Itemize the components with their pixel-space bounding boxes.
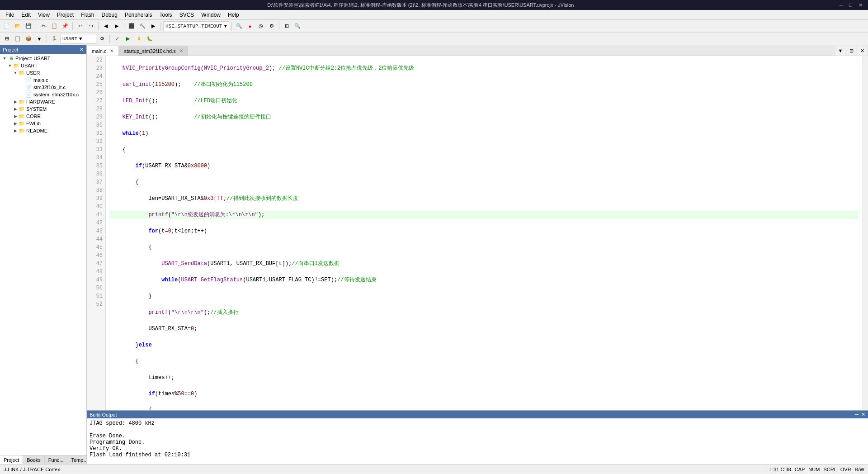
target-opts-btn[interactable]: ⚙ bbox=[97, 34, 107, 44]
expand-usart: ▼ bbox=[7, 63, 13, 68]
sep3 bbox=[98, 22, 99, 30]
cut-btn[interactable]: ✂ bbox=[38, 21, 48, 31]
code-editor[interactable]: 222324252627 282930313233 343536373839 4… bbox=[87, 56, 868, 410]
status-scrl: SCRL bbox=[823, 467, 836, 472]
tree-stm32-it[interactable]: 📄 stm32f10x_it.c bbox=[0, 84, 86, 91]
build-close-btn[interactable]: ✕ bbox=[861, 412, 865, 417]
grid-btn[interactable]: ⊞ bbox=[282, 21, 292, 31]
hardware-label: HARDWARE bbox=[26, 99, 55, 104]
title-text: D:\软件安装包\探索者\F1\A\4. 程序源码\2. 标准例程-库函数版本 … bbox=[4, 2, 838, 9]
tb2-btn3[interactable]: 📦 bbox=[24, 34, 33, 44]
project-panel: Project ✕ ▼ 🖥 Project: USART ▼ 📁 USART ▼… bbox=[0, 45, 87, 464]
user-label: USER bbox=[26, 70, 40, 76]
code-line-29: { bbox=[109, 178, 859, 186]
tab-startup-close[interactable]: ✕ bbox=[179, 48, 183, 53]
tree-fwlib-folder[interactable]: ▶ 📁 FWLib bbox=[0, 120, 86, 127]
menu-project[interactable]: Project bbox=[53, 11, 77, 19]
search-btn[interactable]: 🔍 bbox=[234, 21, 244, 31]
zoom-btn[interactable]: 🔍 bbox=[292, 21, 302, 31]
sep7 bbox=[279, 22, 279, 30]
build-minimize-btn[interactable]: ─ bbox=[855, 412, 859, 417]
menu-svcs[interactable]: SVCS bbox=[176, 11, 198, 19]
tab-startup[interactable]: startup_stm32f10x.hd.s ✕ bbox=[119, 46, 188, 56]
menu-peripherals[interactable]: Peripherals bbox=[121, 11, 156, 19]
tree-main-c[interactable]: 📄 main.c bbox=[0, 76, 86, 84]
menu-flash[interactable]: Flash bbox=[77, 11, 98, 19]
menu-view[interactable]: View bbox=[34, 11, 53, 19]
new-file-btn[interactable]: 📄 bbox=[2, 21, 12, 31]
tree-user-folder[interactable]: ▼ 📁 USER bbox=[0, 69, 86, 76]
editor-close-btn[interactable]: ✕ bbox=[857, 46, 867, 56]
tree-system-stm32[interactable]: 📄 system_stm32f10x.c bbox=[0, 91, 86, 98]
build-title: Build Output bbox=[90, 412, 117, 417]
code-line-28: if(USART_RX_STA&0x8000) bbox=[109, 162, 859, 170]
maximize-btn[interactable]: □ bbox=[847, 2, 854, 8]
save-btn[interactable]: 💾 bbox=[24, 21, 33, 31]
status-caps: CAP bbox=[795, 467, 805, 472]
back-btn[interactable]: ◀ bbox=[101, 21, 111, 31]
build-btn[interactable]: ⬛ bbox=[127, 21, 137, 31]
tab-project[interactable]: Project bbox=[0, 455, 23, 464]
close-btn[interactable]: ✕ bbox=[857, 2, 864, 8]
compile-btn[interactable]: ✓ bbox=[112, 34, 122, 44]
menu-window[interactable]: Window bbox=[198, 11, 224, 19]
tab-books[interactable]: Books bbox=[23, 455, 45, 464]
usart-label: USART bbox=[21, 63, 38, 68]
minimize-btn[interactable]: ─ bbox=[838, 2, 845, 8]
redo-btn[interactable]: ↪ bbox=[86, 21, 96, 31]
tree-project-root[interactable]: ▼ 🖥 Project: USART bbox=[0, 55, 86, 62]
code-line-38: USART_RX_STA=0; bbox=[109, 325, 859, 333]
menu-help[interactable]: Help bbox=[224, 11, 243, 19]
debug-start-btn[interactable]: ● bbox=[245, 21, 255, 31]
usart-dropdown[interactable]: USART ▼ bbox=[60, 34, 96, 44]
target-btn[interactable]: 🏃 bbox=[49, 34, 59, 44]
hse-dropdown[interactable]: HSE_STARTUP_TIMEOUT ▼ bbox=[163, 21, 229, 31]
debug2-btn[interactable]: 🐛 bbox=[145, 34, 155, 44]
download-btn[interactable]: ⬇ bbox=[134, 34, 144, 44]
dropdown-arrow: ▼ bbox=[224, 24, 227, 29]
undo-btn[interactable]: ↩ bbox=[75, 21, 85, 31]
tb2-btn1[interactable]: ⊞ bbox=[2, 34, 12, 44]
editor-area: main.c ✕ startup_stm32f10x.hd.s ✕ ▼ ⊡ ✕ … bbox=[87, 45, 868, 464]
forward-btn[interactable]: ▶ bbox=[112, 21, 122, 31]
tree-readme-folder[interactable]: ▶ 📁 README bbox=[0, 127, 86, 134]
tb2-btn4[interactable]: ▼ bbox=[34, 34, 44, 44]
code-line-39: }else bbox=[109, 341, 859, 349]
hse-label: HSE_STARTUP_TIMEOUT bbox=[165, 24, 222, 29]
tab-main-c[interactable]: main.c ✕ bbox=[87, 46, 118, 56]
tab-temp[interactable]: Temp... bbox=[67, 455, 87, 464]
debug-opts-btn[interactable]: ⚙ bbox=[267, 21, 277, 31]
tab-func[interactable]: Func... bbox=[45, 455, 68, 464]
code-line-37: printf("\r\n\r\n");//插入换行 bbox=[109, 308, 859, 317]
tree-usart-folder[interactable]: ▼ 📁 USART bbox=[0, 62, 86, 69]
tab-list-btn[interactable]: ▼ bbox=[835, 46, 845, 56]
menu-edit[interactable]: Edit bbox=[18, 11, 34, 19]
project-close-btn[interactable]: ✕ bbox=[80, 47, 84, 52]
load-btn[interactable]: ▶ bbox=[148, 21, 158, 31]
build-all-btn[interactable]: ▶ bbox=[123, 34, 133, 44]
code-content[interactable]: NVIC_PriorityGroupConfig(NVIC_PriorityGr… bbox=[106, 56, 863, 410]
right-scroll[interactable] bbox=[863, 56, 868, 410]
window-controls[interactable]: ─ □ ✕ bbox=[838, 2, 864, 8]
folder-core-icon: 📁 bbox=[18, 113, 25, 119]
tree-hardware-folder[interactable]: ▶ 📁 HARDWARE bbox=[0, 98, 86, 105]
tab-main-c-close[interactable]: ✕ bbox=[110, 48, 113, 53]
build-line-4: Programming Done. bbox=[90, 439, 865, 446]
build-line-5: Verify OK. bbox=[90, 446, 865, 452]
folder-usart-icon: 📁 bbox=[13, 62, 20, 69]
usart-label: USART bbox=[62, 36, 77, 42]
paste-btn[interactable]: 📌 bbox=[60, 21, 70, 31]
tb2-btn2[interactable]: 📋 bbox=[13, 34, 23, 44]
debug-stop-btn[interactable]: ◎ bbox=[256, 21, 266, 31]
menu-debug[interactable]: Debug bbox=[98, 11, 121, 19]
copy-btn[interactable]: 📋 bbox=[49, 21, 59, 31]
menu-file[interactable]: File bbox=[2, 11, 18, 19]
tree-core-folder[interactable]: ▶ 📁 CORE bbox=[0, 113, 86, 120]
code-line-24: LED_Init(); //LED端口初始化 bbox=[109, 97, 859, 105]
build-output-content: JTAG speed: 4800 kHz Erase Done. Program… bbox=[87, 418, 868, 464]
float-btn[interactable]: ⊡ bbox=[846, 46, 856, 56]
menu-tools[interactable]: Tools bbox=[156, 11, 176, 19]
rebuild-btn[interactable]: 🔨 bbox=[137, 21, 147, 31]
tree-system-folder[interactable]: ▶ 📁 SYSTEM bbox=[0, 105, 86, 113]
open-btn[interactable]: 📂 bbox=[13, 21, 23, 31]
